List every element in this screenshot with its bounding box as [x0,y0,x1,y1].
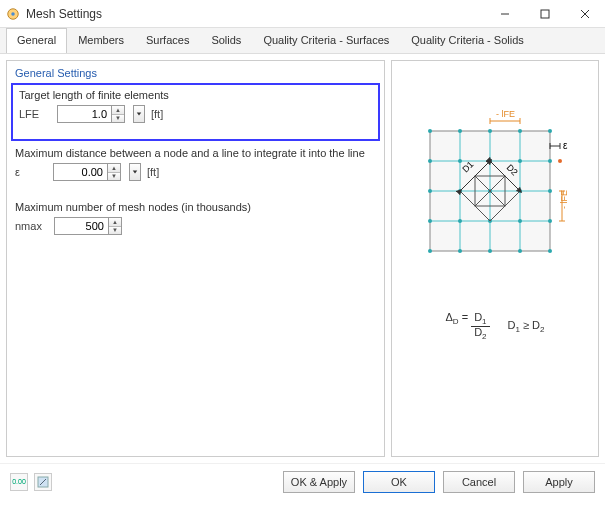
max-nodes-spinner[interactable]: ▲ ▼ [54,217,122,235]
target-length-symbol: LFE [19,108,45,120]
delta-symbol: ΔD [445,311,458,323]
svg-point-34 [458,249,462,253]
frac-den: D2 [471,327,489,341]
apply-button[interactable]: Apply [523,471,595,493]
svg-point-28 [428,219,432,223]
svg-point-18 [428,159,432,163]
svg-point-16 [518,129,522,133]
spin-down-icon[interactable]: ▼ [108,173,120,181]
tool-button[interactable] [34,473,52,491]
minimize-button[interactable] [485,0,525,27]
target-length-row: LFE ▲ ▼ [ft] [19,105,372,123]
window-controls [485,0,605,27]
tab-solids[interactable]: Solids [200,28,252,53]
svg-point-29 [458,219,462,223]
max-nodes-input[interactable] [54,217,108,235]
svg-point-19 [458,159,462,163]
svg-point-37 [548,249,552,253]
max-nodes-symbol: nmax [15,220,42,232]
spin-up-icon[interactable]: ▲ [112,106,124,115]
svg-point-31 [518,219,522,223]
svg-point-13 [428,129,432,133]
titlebar: Mesh Settings [0,0,605,28]
svg-point-55 [558,159,562,163]
tabstrip: General Members Surfaces Solids Quality … [0,28,605,54]
mesh-diagram: D1 D2 - lFE - lFE ε [410,101,580,281]
app-icon [6,7,20,21]
ok-apply-button[interactable]: OK & Apply [283,471,355,493]
eq-sign: = [462,311,471,323]
preview-panel: D1 D2 - lFE - lFE ε [391,60,599,457]
svg-point-15 [488,129,492,133]
max-nodes-stepper[interactable]: ▲ ▼ [108,217,122,235]
settings-panel: General Settings Target length of finite… [6,60,385,457]
target-length-unit: [ft] [151,108,163,120]
svg-point-21 [518,159,522,163]
svg-point-17 [548,129,552,133]
lfe-v-label: - lFE [559,190,569,209]
lfe-h-label: - lFE [496,109,515,119]
target-length-input[interactable] [57,105,111,123]
target-length-label: Target length of finite elements [19,89,372,101]
spin-down-icon[interactable]: ▼ [112,115,124,123]
max-nodes-label: Maximum number of mesh nodes (in thousan… [15,201,376,213]
target-length-stepper[interactable]: ▲ ▼ [111,105,125,123]
tab-quality-solids[interactable]: Quality Criteria - Solids [400,28,534,53]
svg-point-35 [488,249,492,253]
tab-members[interactable]: Members [67,28,135,53]
ok-button[interactable]: OK [363,471,435,493]
svg-point-33 [428,249,432,253]
tab-surfaces[interactable]: Surfaces [135,28,200,53]
frac-num: D1 [471,312,489,327]
tab-quality-surfaces[interactable]: Quality Criteria - Surfaces [252,28,400,53]
condition: D1 ≥ D2 [508,319,545,334]
max-dist-input[interactable] [53,163,107,181]
svg-point-22 [548,159,552,163]
dialog-body: General Settings Target length of finite… [0,54,605,463]
max-dist-row: ε ▲ ▼ [ft] [15,163,376,181]
spin-up-icon[interactable]: ▲ [108,164,120,173]
eps-label: ε [563,140,568,151]
footer-left-icons: 0.00 [10,473,275,491]
max-dist-unit: [ft] [147,166,159,178]
dialog-footer: 0.00 OK & Apply OK Cancel Apply [0,463,605,499]
maximize-button[interactable] [525,0,565,27]
target-length-group: Target length of finite elements LFE ▲ ▼… [11,83,380,141]
svg-rect-3 [541,10,549,18]
spin-up-icon[interactable]: ▲ [109,218,121,227]
max-dist-spinner[interactable]: ▲ ▼ [53,163,121,181]
close-button[interactable] [565,0,605,27]
window-title: Mesh Settings [26,7,485,21]
svg-point-32 [548,219,552,223]
svg-point-36 [518,249,522,253]
spin-down-icon[interactable]: ▼ [109,227,121,235]
max-dist-label: Maximum distance between a node and a li… [15,147,376,159]
max-nodes-row: nmax ▲ ▼ [15,217,376,235]
max-dist-stepper[interactable]: ▲ ▼ [107,163,121,181]
svg-point-27 [548,189,552,193]
fraction: D1 D2 [471,312,489,341]
target-length-menu-button[interactable] [133,105,145,123]
max-dist-symbol: ε [15,166,41,178]
units-button[interactable]: 0.00 [10,473,28,491]
group-title-general: General Settings [15,65,376,85]
formula: ΔD = D1 D2 D1 ≥ D2 [445,311,544,341]
target-length-spinner[interactable]: ▲ ▼ [57,105,125,123]
svg-point-1 [11,12,15,16]
max-dist-menu-button[interactable] [129,163,141,181]
svg-point-14 [458,129,462,133]
tab-general[interactable]: General [6,28,67,53]
cancel-button[interactable]: Cancel [443,471,515,493]
svg-point-23 [428,189,432,193]
